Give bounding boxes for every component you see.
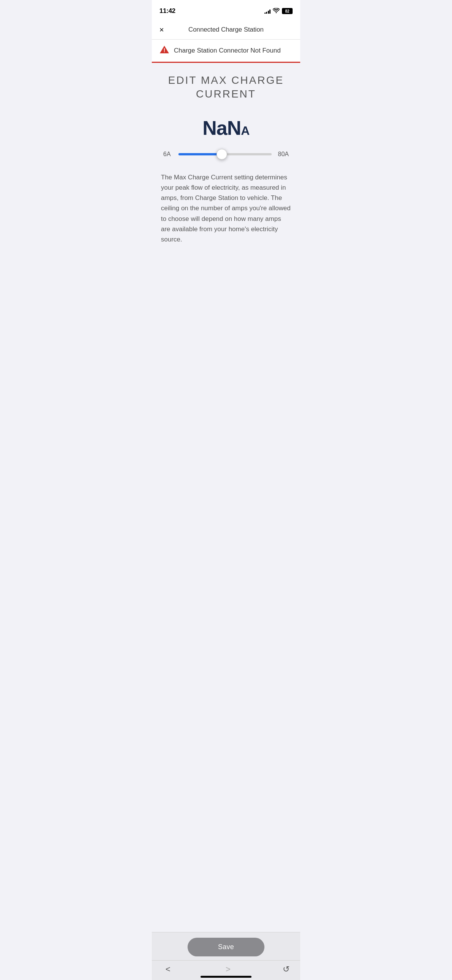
error-message: Charge Station Connector Not Found — [174, 47, 281, 54]
status-icons: 82 — [264, 8, 293, 14]
svg-point-0 — [276, 12, 277, 13]
description-text: The Max Charge Current setting determine… — [161, 172, 291, 245]
svg-text:!: ! — [164, 47, 166, 53]
close-button[interactable]: × — [159, 26, 164, 34]
page-title: Connected Charge Station — [188, 26, 264, 34]
battery-icon: 82 — [282, 8, 293, 14]
slider-max-label: 80A — [275, 151, 289, 158]
status-bar: 11:42 82 — [152, 0, 300, 20]
slider-min-label: 6A — [163, 151, 175, 158]
current-amperage-value: NaNA — [202, 117, 250, 139]
slider-row: 6A 80A — [163, 151, 289, 158]
slider-section: 6A 80A — [152, 143, 300, 161]
amperage-slider[interactable] — [178, 153, 272, 155]
signal-icon — [264, 8, 271, 14]
nav-header: × Connected Charge Station — [152, 20, 300, 40]
main-content: EDIT MAX CHARGE CURRENT NaNA 6A 80A The … — [152, 63, 300, 293]
section-title: EDIT MAX CHARGE CURRENT — [159, 74, 293, 101]
wifi-icon — [273, 8, 280, 14]
status-time: 11:42 — [159, 7, 175, 15]
warning-icon: ! — [159, 45, 169, 56]
section-title-container: EDIT MAX CHARGE CURRENT — [152, 63, 300, 105]
description-section: The Max Charge Current setting determine… — [152, 161, 300, 255]
current-value-container: NaNA — [152, 105, 300, 143]
error-banner: ! Charge Station Connector Not Found — [152, 40, 300, 63]
